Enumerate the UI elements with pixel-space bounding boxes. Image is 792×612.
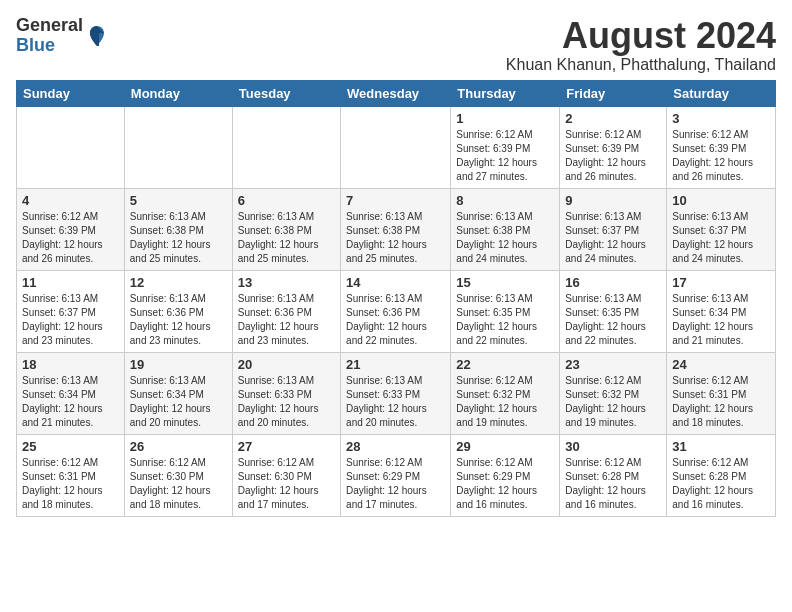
calendar-cell: 17Sunrise: 6:13 AM Sunset: 6:34 PM Dayli… <box>667 270 776 352</box>
day-info: Sunrise: 6:12 AM Sunset: 6:28 PM Dayligh… <box>565 456 661 512</box>
day-info: Sunrise: 6:13 AM Sunset: 6:38 PM Dayligh… <box>130 210 227 266</box>
day-info: Sunrise: 6:13 AM Sunset: 6:38 PM Dayligh… <box>238 210 335 266</box>
day-info: Sunrise: 6:13 AM Sunset: 6:38 PM Dayligh… <box>456 210 554 266</box>
logo-general-text: General <box>16 15 83 35</box>
logo-icon <box>85 24 109 48</box>
calendar-cell: 29Sunrise: 6:12 AM Sunset: 6:29 PM Dayli… <box>451 434 560 516</box>
day-number: 8 <box>456 193 554 208</box>
calendar-cell <box>232 106 340 188</box>
day-number: 27 <box>238 439 335 454</box>
day-number: 18 <box>22 357 119 372</box>
calendar-cell: 21Sunrise: 6:13 AM Sunset: 6:33 PM Dayli… <box>341 352 451 434</box>
day-info: Sunrise: 6:13 AM Sunset: 6:36 PM Dayligh… <box>130 292 227 348</box>
day-number: 22 <box>456 357 554 372</box>
day-number: 1 <box>456 111 554 126</box>
day-number: 12 <box>130 275 227 290</box>
weekday-header: Sunday <box>17 80 125 106</box>
calendar-cell: 28Sunrise: 6:12 AM Sunset: 6:29 PM Dayli… <box>341 434 451 516</box>
day-number: 26 <box>130 439 227 454</box>
calendar-cell: 16Sunrise: 6:13 AM Sunset: 6:35 PM Dayli… <box>560 270 667 352</box>
day-info: Sunrise: 6:13 AM Sunset: 6:36 PM Dayligh… <box>346 292 445 348</box>
day-info: Sunrise: 6:12 AM Sunset: 6:28 PM Dayligh… <box>672 456 770 512</box>
day-info: Sunrise: 6:12 AM Sunset: 6:39 PM Dayligh… <box>672 128 770 184</box>
location-title: Khuan Khanun, Phatthalung, Thailand <box>506 56 776 74</box>
day-number: 9 <box>565 193 661 208</box>
calendar-cell: 8Sunrise: 6:13 AM Sunset: 6:38 PM Daylig… <box>451 188 560 270</box>
day-number: 2 <box>565 111 661 126</box>
day-info: Sunrise: 6:13 AM Sunset: 6:37 PM Dayligh… <box>565 210 661 266</box>
calendar-cell: 27Sunrise: 6:12 AM Sunset: 6:30 PM Dayli… <box>232 434 340 516</box>
calendar-cell <box>17 106 125 188</box>
calendar-header-row: SundayMondayTuesdayWednesdayThursdayFrid… <box>17 80 776 106</box>
day-number: 19 <box>130 357 227 372</box>
calendar-cell: 15Sunrise: 6:13 AM Sunset: 6:35 PM Dayli… <box>451 270 560 352</box>
day-number: 6 <box>238 193 335 208</box>
logo: General Blue <box>16 16 109 56</box>
day-number: 21 <box>346 357 445 372</box>
day-info: Sunrise: 6:12 AM Sunset: 6:39 PM Dayligh… <box>565 128 661 184</box>
day-info: Sunrise: 6:13 AM Sunset: 6:36 PM Dayligh… <box>238 292 335 348</box>
day-info: Sunrise: 6:12 AM Sunset: 6:30 PM Dayligh… <box>238 456 335 512</box>
calendar-cell: 24Sunrise: 6:12 AM Sunset: 6:31 PM Dayli… <box>667 352 776 434</box>
calendar-cell: 9Sunrise: 6:13 AM Sunset: 6:37 PM Daylig… <box>560 188 667 270</box>
day-number: 4 <box>22 193 119 208</box>
calendar-cell: 10Sunrise: 6:13 AM Sunset: 6:37 PM Dayli… <box>667 188 776 270</box>
day-number: 15 <box>456 275 554 290</box>
weekday-header: Friday <box>560 80 667 106</box>
day-number: 28 <box>346 439 445 454</box>
title-area: August 2024 Khuan Khanun, Phatthalung, T… <box>506 16 776 74</box>
weekday-header: Thursday <box>451 80 560 106</box>
day-number: 13 <box>238 275 335 290</box>
calendar-cell: 3Sunrise: 6:12 AM Sunset: 6:39 PM Daylig… <box>667 106 776 188</box>
day-number: 14 <box>346 275 445 290</box>
calendar-cell: 26Sunrise: 6:12 AM Sunset: 6:30 PM Dayli… <box>124 434 232 516</box>
calendar-cell: 19Sunrise: 6:13 AM Sunset: 6:34 PM Dayli… <box>124 352 232 434</box>
day-info: Sunrise: 6:12 AM Sunset: 6:39 PM Dayligh… <box>456 128 554 184</box>
day-info: Sunrise: 6:13 AM Sunset: 6:35 PM Dayligh… <box>456 292 554 348</box>
calendar-cell: 20Sunrise: 6:13 AM Sunset: 6:33 PM Dayli… <box>232 352 340 434</box>
calendar-cell: 30Sunrise: 6:12 AM Sunset: 6:28 PM Dayli… <box>560 434 667 516</box>
calendar-cell: 18Sunrise: 6:13 AM Sunset: 6:34 PM Dayli… <box>17 352 125 434</box>
calendar-cell <box>124 106 232 188</box>
day-number: 7 <box>346 193 445 208</box>
day-info: Sunrise: 6:12 AM Sunset: 6:32 PM Dayligh… <box>565 374 661 430</box>
calendar-cell: 23Sunrise: 6:12 AM Sunset: 6:32 PM Dayli… <box>560 352 667 434</box>
calendar-cell: 1Sunrise: 6:12 AM Sunset: 6:39 PM Daylig… <box>451 106 560 188</box>
calendar-table: SundayMondayTuesdayWednesdayThursdayFrid… <box>16 80 776 517</box>
day-info: Sunrise: 6:13 AM Sunset: 6:33 PM Dayligh… <box>346 374 445 430</box>
calendar-week-row: 4Sunrise: 6:12 AM Sunset: 6:39 PM Daylig… <box>17 188 776 270</box>
day-number: 24 <box>672 357 770 372</box>
day-info: Sunrise: 6:12 AM Sunset: 6:29 PM Dayligh… <box>346 456 445 512</box>
day-info: Sunrise: 6:13 AM Sunset: 6:37 PM Dayligh… <box>672 210 770 266</box>
calendar-cell: 11Sunrise: 6:13 AM Sunset: 6:37 PM Dayli… <box>17 270 125 352</box>
calendar-cell: 22Sunrise: 6:12 AM Sunset: 6:32 PM Dayli… <box>451 352 560 434</box>
calendar-cell: 14Sunrise: 6:13 AM Sunset: 6:36 PM Dayli… <box>341 270 451 352</box>
day-info: Sunrise: 6:12 AM Sunset: 6:39 PM Dayligh… <box>22 210 119 266</box>
calendar-cell: 13Sunrise: 6:13 AM Sunset: 6:36 PM Dayli… <box>232 270 340 352</box>
day-info: Sunrise: 6:13 AM Sunset: 6:35 PM Dayligh… <box>565 292 661 348</box>
calendar-cell: 5Sunrise: 6:13 AM Sunset: 6:38 PM Daylig… <box>124 188 232 270</box>
day-number: 10 <box>672 193 770 208</box>
day-number: 29 <box>456 439 554 454</box>
day-info: Sunrise: 6:12 AM Sunset: 6:31 PM Dayligh… <box>672 374 770 430</box>
calendar-week-row: 11Sunrise: 6:13 AM Sunset: 6:37 PM Dayli… <box>17 270 776 352</box>
weekday-header: Monday <box>124 80 232 106</box>
day-number: 11 <box>22 275 119 290</box>
day-number: 25 <box>22 439 119 454</box>
day-number: 16 <box>565 275 661 290</box>
weekday-header: Tuesday <box>232 80 340 106</box>
day-info: Sunrise: 6:13 AM Sunset: 6:37 PM Dayligh… <box>22 292 119 348</box>
calendar-cell: 12Sunrise: 6:13 AM Sunset: 6:36 PM Dayli… <box>124 270 232 352</box>
day-info: Sunrise: 6:13 AM Sunset: 6:34 PM Dayligh… <box>130 374 227 430</box>
calendar-cell: 31Sunrise: 6:12 AM Sunset: 6:28 PM Dayli… <box>667 434 776 516</box>
day-number: 5 <box>130 193 227 208</box>
day-info: Sunrise: 6:12 AM Sunset: 6:32 PM Dayligh… <box>456 374 554 430</box>
day-number: 31 <box>672 439 770 454</box>
weekday-header: Saturday <box>667 80 776 106</box>
day-info: Sunrise: 6:13 AM Sunset: 6:33 PM Dayligh… <box>238 374 335 430</box>
calendar-cell: 4Sunrise: 6:12 AM Sunset: 6:39 PM Daylig… <box>17 188 125 270</box>
day-number: 20 <box>238 357 335 372</box>
calendar-cell: 2Sunrise: 6:12 AM Sunset: 6:39 PM Daylig… <box>560 106 667 188</box>
day-info: Sunrise: 6:12 AM Sunset: 6:30 PM Dayligh… <box>130 456 227 512</box>
page-header: General Blue August 2024 Khuan Khanun, P… <box>16 16 776 74</box>
